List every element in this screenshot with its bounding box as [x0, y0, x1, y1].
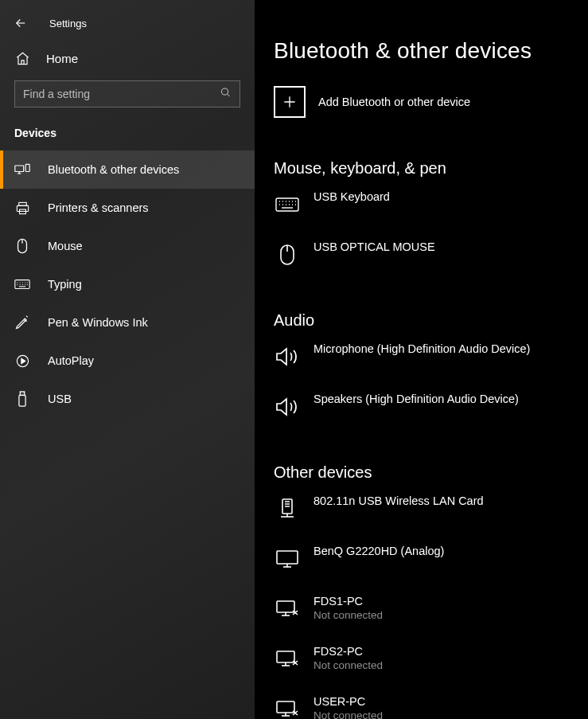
device-name: BenQ G2220HD (Analog) [313, 545, 444, 557]
mouse-icon [274, 241, 301, 268]
remote-pc-icon [274, 646, 301, 673]
svg-point-0 [222, 88, 228, 95]
category-header: Devices [0, 119, 255, 150]
nav-label: Typing [48, 278, 82, 291]
svg-rect-15 [277, 601, 294, 612]
search-icon [220, 87, 232, 102]
svg-rect-16 [277, 651, 294, 662]
svg-rect-17 [277, 701, 294, 713]
device-wlan-card[interactable]: 802.11n USB Wireless LAN Card [274, 494, 588, 522]
device-status: Not connected [313, 659, 383, 671]
device-name: Microphone (High Definition Audio Device… [313, 342, 530, 355]
speaker-icon [274, 393, 301, 420]
nav-pen[interactable]: Pen & Windows Ink [0, 303, 255, 342]
device-usb-keyboard[interactable]: USB Keyboard [274, 190, 588, 218]
svg-rect-1 [15, 166, 24, 172]
monitor-icon [274, 545, 301, 572]
search-box[interactable] [14, 80, 240, 107]
svg-rect-4 [17, 205, 28, 211]
device-name: FDS2-PC [313, 645, 383, 658]
device-name: FDS1-PC [313, 595, 383, 608]
home-label: Home [46, 52, 78, 65]
usb-icon [14, 391, 30, 407]
section-other-title: Other devices [274, 463, 588, 482]
section-mouse-kb-title: Mouse, keyboard, & pen [274, 159, 588, 178]
network-card-icon [274, 495, 301, 522]
add-device-button[interactable]: Add Bluetooth or other device [274, 86, 588, 118]
search-container [0, 80, 255, 119]
remote-pc-icon [274, 696, 301, 719]
sidebar: Settings Home Devices Bluetooth & [0, 0, 255, 719]
device-name: Speakers (High Definition Audio Device) [313, 393, 519, 405]
nav-label: Mouse [48, 240, 83, 252]
mouse-icon [14, 238, 30, 254]
nav-usb[interactable]: USB [0, 380, 255, 418]
nav-typing[interactable]: Typing [0, 265, 255, 303]
autoplay-icon [14, 354, 30, 369]
titlebar: Settings [0, 10, 255, 37]
pen-icon [14, 315, 30, 330]
device-name: USB OPTICAL MOUSE [313, 240, 435, 253]
device-name: USB Keyboard [313, 190, 390, 203]
speaker-icon [274, 343, 301, 370]
main-panel: Bluetooth & other devices Add Bluetooth … [255, 0, 588, 719]
device-usb-mouse[interactable]: USB OPTICAL MOUSE [274, 240, 588, 268]
device-fds2-pc[interactable]: FDS2-PC Not connected [274, 645, 588, 673]
device-status: Not connected [313, 709, 383, 719]
search-input[interactable] [15, 88, 239, 100]
svg-rect-2 [25, 164, 29, 171]
nav-label: USB [48, 393, 72, 405]
page-title: Bluetooth & other devices [274, 38, 588, 64]
nav-mouse[interactable]: Mouse [0, 227, 255, 265]
home-icon [14, 51, 30, 66]
section-audio-title: Audio [274, 311, 588, 330]
device-name: 802.11n USB Wireless LAN Card [313, 494, 484, 507]
home-button[interactable]: Home [0, 37, 255, 80]
add-device-label: Add Bluetooth or other device [318, 96, 470, 108]
device-status: Not connected [313, 609, 383, 621]
svg-rect-3 [18, 202, 26, 205]
keyboard-icon [274, 191, 301, 218]
svg-rect-9 [20, 392, 24, 396]
arrow-left-icon [14, 16, 28, 30]
printer-icon [14, 201, 30, 216]
device-name: USER-PC [313, 695, 383, 708]
svg-rect-14 [277, 551, 298, 564]
nav-label: Printers & scanners [48, 201, 149, 214]
device-monitor[interactable]: BenQ G2220HD (Analog) [274, 545, 588, 572]
nav-label: Bluetooth & other devices [48, 163, 179, 176]
device-speakers[interactable]: Speakers (High Definition Audio Device) [274, 393, 588, 420]
nav-label: Pen & Windows Ink [48, 316, 148, 329]
remote-pc-icon [274, 596, 301, 623]
nav-printers[interactable]: Printers & scanners [0, 189, 255, 227]
device-user-pc[interactable]: USER-PC Not connected [274, 695, 588, 719]
nav-bluetooth[interactable]: Bluetooth & other devices [0, 150, 255, 189]
nav-autoplay[interactable]: AutoPlay [0, 342, 255, 380]
svg-rect-10 [19, 395, 25, 406]
nav-label: AutoPlay [48, 354, 94, 367]
keyboard-icon [14, 279, 30, 290]
device-microphone[interactable]: Microphone (High Definition Audio Device… [274, 342, 588, 370]
device-fds1-pc[interactable]: FDS1-PC Not connected [274, 595, 588, 623]
window-title: Settings [49, 18, 87, 29]
back-button[interactable] [13, 15, 29, 31]
plus-icon [274, 86, 306, 118]
devices-icon [14, 163, 30, 176]
